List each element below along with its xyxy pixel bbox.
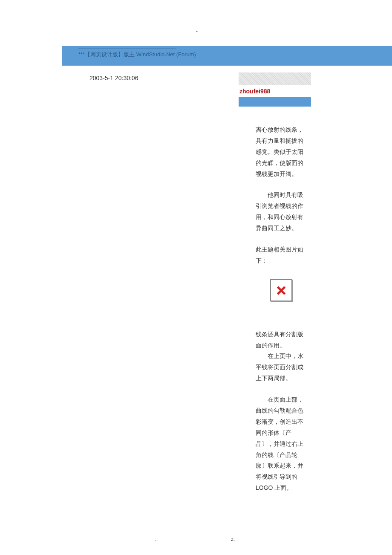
footer-dot: . [155,536,156,542]
post-timestamp: 2003-5-1 20:30:06 [89,75,138,81]
header-bar: ***【网页设计版】版主 WindStudio.Net (Forum) [62,46,392,66]
paragraph-2: 他同时具有吸引浏览者视线的作用，和同心放射有异曲同工之妙。 [256,190,307,234]
broken-image-icon [270,279,292,301]
paragraph-4a: 线条还具有分割版面的作用。 [256,331,303,349]
post-content: 离心放射的线条，具有力量和挺拔的感觉。类似于太阳的光辉，使版面的视线更加开阔。 … [256,124,307,504]
footer-z: z. [231,536,235,542]
header-bar-text: ***【网页设计版】版主 WindStudio.Net (Forum) [78,51,392,58]
paragraph-3: 此主题相关图片如下： [256,244,307,266]
paragraph-4b: 在上页中，水平线将页面分割成上下两局部。 [256,353,303,382]
header-underline [78,49,176,49]
x-icon [277,286,285,295]
avatar-placeholder [239,72,311,85]
user-info-bar [239,97,311,107]
paragraph-5: 在页面上部，曲线的勾勒配合色彩渐变，创造出不同的形体〔产品〕，并通过右上角的线〔… [256,394,307,494]
username-link[interactable]: zhoufei988 [239,88,270,95]
paragraph-1: 离心放射的线条，具有力量和挺拔的感觉。类似于太阳的光辉，使版面的视线更加开阔。 [256,124,307,179]
top-dash: - [196,28,198,34]
